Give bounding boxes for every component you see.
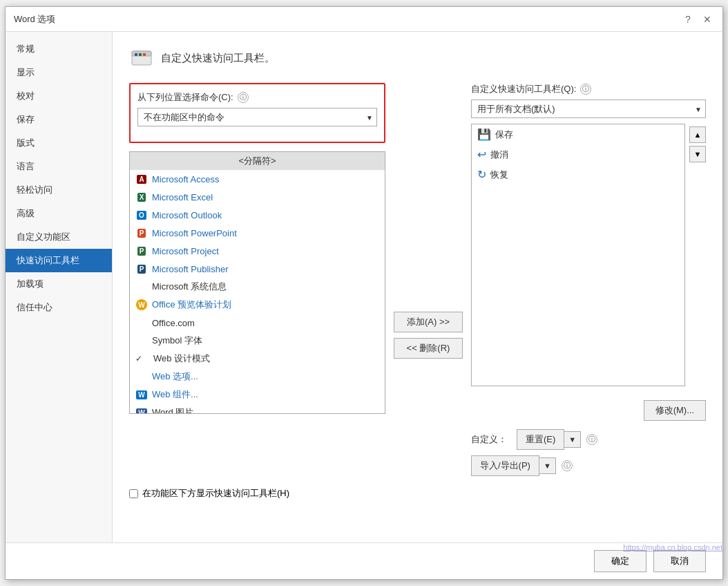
toolbar-dropdown-container: 用于所有文档(默认) ▼ [471,100,706,118]
sidebar-item-quick-access[interactable]: 快速访问工具栏 [6,249,112,272]
right-panel-list-area: 💾 保存 ↩ 撤消 ↻ 恢复 [471,124,706,395]
sidebar-item-trust-center[interactable]: 信任中心 [6,296,112,319]
reset-dropdown-arrow[interactable]: ▼ [564,431,581,448]
section-title: 自定义快速访问工具栏。 [161,52,275,65]
outlook-icon: O [135,209,148,221]
officecom-icon [135,316,148,329]
customize-row: 自定义： 重置(E) ▼ ⓘ [471,429,706,450]
list-item-separator[interactable]: <分隔符> [130,152,385,170]
add-button[interactable]: 添加(A) >> [394,312,463,332]
command-info-icon[interactable]: ⓘ [238,92,249,103]
command-dropdown[interactable]: 不在功能区中的命令 [137,108,377,126]
title-bar: Word 选项 ? ✕ [6,7,722,32]
excel-icon: X [135,191,148,203]
sidebar-item-display[interactable]: 显示 [6,61,112,84]
project-icon: P [135,245,148,257]
save-icon: 💾 [477,128,491,141]
list-item-powerpoint[interactable]: P Microsoft PowerPoint [130,224,385,242]
dialog-title: Word 选项 [14,13,55,26]
toolbar-info-icon[interactable]: ⓘ [580,84,591,95]
import-export-dropdown-arrow[interactable]: ▼ [539,457,556,474]
toolbar-dropdown[interactable]: 用于所有文档(默认) [471,100,706,118]
help-button[interactable]: ? [681,12,695,26]
modify-btn-container: 修改(M)... [471,400,706,421]
undo-icon: ↩ [477,148,486,161]
list-item-excel[interactable]: X Microsoft Excel [130,188,385,206]
sidebar-item-language[interactable]: 语言 [6,155,112,178]
list-item-sysinfo[interactable]: Microsoft 系统信息 [130,278,385,296]
list-item-symbol[interactable]: Symbol 字体 [130,332,385,350]
sidebar-item-proofing[interactable]: 校对 [6,84,112,108]
sidebar-item-save[interactable]: 保存 [6,108,112,131]
show-below-ribbon-label[interactable]: 在功能区下方显示快速访问工具栏(H) [142,487,289,500]
list-item-officecom[interactable]: Office.com [130,314,385,332]
move-down-button[interactable]: ▼ [689,146,706,162]
web-component-icon: W [135,388,148,401]
right-arrows: ▲ ▼ [689,126,706,395]
powerpoint-icon: P [135,227,148,239]
list-item-access[interactable]: A Microsoft Access [130,170,385,188]
svg-rect-4 [143,53,146,56]
toolbar-label: 自定义快速访问工具栏(Q): ⓘ [471,83,706,95]
content-panels: 从下列位置选择命令(C): ⓘ 不在功能区中的命令 ▼ [129,83,706,476]
office-preview-icon: W [135,299,148,311]
section-header: 自定义快速访问工具栏。 [129,46,706,70]
title-buttons: ? ✕ [681,12,714,26]
list-item-publisher[interactable]: P Microsoft Publisher [130,260,385,278]
list-item-web-component[interactable]: W Web 组件... [130,386,385,404]
command-label: 从下列位置选择命令(C): ⓘ [137,91,377,104]
show-below-ribbon-checkbox[interactable] [129,489,138,498]
command-dropdown-container: 不在功能区中的命令 ▼ [137,108,377,126]
symbol-icon [135,334,148,347]
right-panel: 自定义快速访问工具栏(Q): ⓘ 用于所有文档(默认) ▼ 💾 [471,83,706,476]
sidebar-item-layout[interactable]: 版式 [6,131,112,155]
word-img-icon: W [135,406,148,414]
remove-button[interactable]: << 删除(R) [394,338,463,359]
sidebar-item-customize-ribbon[interactable]: 自定义功能区 [6,225,112,249]
import-export-button[interactable]: 导入/导出(P) [471,455,539,476]
toolbar-items-list[interactable]: 💾 保存 ↩ 撤消 ↻ 恢复 [471,124,685,386]
import-export-row: 导入/导出(P) ▼ ⓘ [471,455,706,476]
ok-button[interactable]: 确定 [594,550,646,572]
checkbox-row: 在功能区下方显示快速访问工具栏(H) [129,487,706,500]
publisher-icon: P [135,263,148,275]
sidebar: 常规 显示 校对 保存 版式 语言 轻松访问 高级 自定义功能区 快速访问工具栏… [6,32,113,542]
toolbar-item-undo[interactable]: ↩ 撤消 [472,144,684,164]
import-info-icon[interactable]: ⓘ [562,460,573,471]
main-content: 自定义快速访问工具栏。 从下列位置选择命令(C): ⓘ 不在功能区中的命令 [113,32,722,542]
bottom-section: 在功能区下方显示快速访问工具栏(H) [129,487,706,500]
list-item-outlook[interactable]: O Microsoft Outlook [130,206,385,224]
close-button[interactable]: ✕ [700,12,714,26]
svg-rect-3 [139,53,142,56]
svg-rect-2 [135,53,137,56]
dialog-body: 常规 显示 校对 保存 版式 语言 轻松访问 高级 自定义功能区 快速访问工具栏… [6,32,722,542]
dialog-footer: 确定 取消 [6,542,722,579]
commands-list[interactable]: <分隔符> A Microsoft Access X Microsoft Exc… [129,151,385,414]
customize-label: 自定义： [471,433,507,446]
middle-buttons: 添加(A) >> << 删除(R) [385,193,471,476]
list-item-word-img[interactable]: W Word 图片 [130,404,385,414]
move-up-button[interactable]: ▲ [689,126,706,143]
list-item-web-design[interactable]: ✓ Web 设计模式 [130,350,385,368]
list-item-office-preview[interactable]: W Office 预览体验计划 [130,296,385,314]
modify-button[interactable]: 修改(M)... [644,400,706,421]
sidebar-item-addins[interactable]: 加载项 [6,272,112,296]
sidebar-item-advanced[interactable]: 高级 [6,202,112,225]
toolbar-item-save[interactable]: 💾 保存 [472,124,684,144]
watermark: https://muba.cn.blog.csdn.net [623,543,722,551]
reset-button[interactable]: 重置(E) [517,429,564,450]
list-item-web-options[interactable]: Web 选项... [130,368,385,386]
sidebar-item-general[interactable]: 常规 [6,37,112,61]
web-options-icon [135,370,148,383]
list-item-project[interactable]: P Microsoft Project [130,242,385,260]
access-icon: A [135,173,148,185]
dialog: Word 选项 ? ✕ 常规 显示 校对 保存 版式 语言 轻松访问 高级 自定… [5,6,723,580]
sidebar-item-accessibility[interactable]: 轻松访问 [6,178,112,202]
reset-info-icon[interactable]: ⓘ [586,434,597,445]
sysinfo-icon [135,281,148,293]
reset-btn-group: 重置(E) ▼ [517,429,581,450]
cancel-button[interactable]: 取消 [653,550,706,572]
command-select-box: 从下列位置选择命令(C): ⓘ 不在功能区中的命令 ▼ [129,83,385,143]
toolbar-item-redo[interactable]: ↻ 恢复 [472,164,684,185]
left-panel: 从下列位置选择命令(C): ⓘ 不在功能区中的命令 ▼ [129,83,385,476]
